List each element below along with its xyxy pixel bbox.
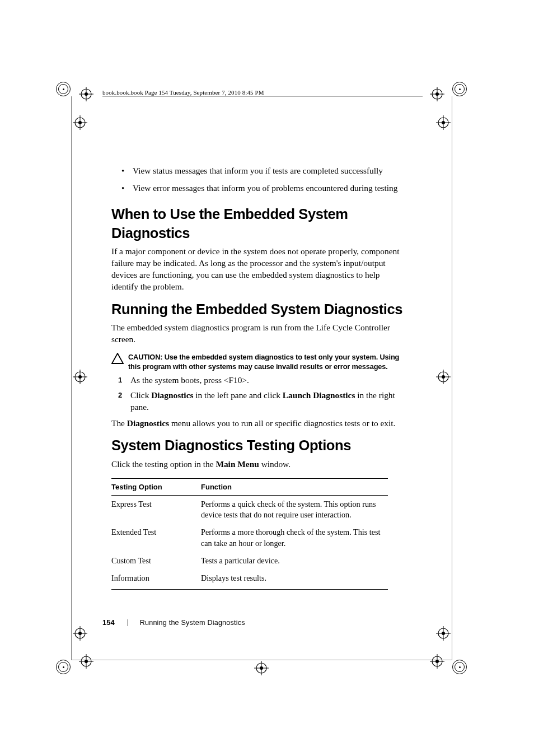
table-header: Function (201, 478, 388, 496)
running-head: book.book.book Page 154 Tuesday, Septemb… (102, 89, 264, 96)
text: menu allows you to run all or specific d… (169, 418, 395, 428)
crosshair-icon (73, 115, 87, 130)
reg-mark-corner-bl (56, 660, 71, 674)
crop-line (71, 660, 452, 660)
crop-line (71, 96, 72, 660)
table-cell: Custom Test (111, 552, 201, 570)
caution-text: Use the embedded system diagnostics to t… (128, 353, 399, 371)
caution-label: CAUTION: (128, 353, 165, 361)
svg-point-7 (442, 121, 445, 124)
crosshair-icon (430, 87, 444, 101)
table-row: Information Displays test results. (111, 570, 388, 590)
svg-point-9 (78, 375, 82, 379)
page-footer: 154 Running the System Diagnostics (102, 618, 245, 627)
section-heading-when: When to Use the Embedded System Diagnost… (111, 204, 408, 243)
crosshair-icon (430, 654, 444, 669)
paragraph: The Diagnostics menu allows you to run a… (111, 418, 408, 430)
text-bold: Diagnostics (127, 418, 169, 428)
table-row: Express Test Performs a quick check of t… (111, 496, 388, 524)
text: Click (130, 390, 151, 400)
footer-text: Running the System Diagnostics (140, 619, 245, 627)
table-cell: Extended Test (111, 524, 201, 552)
table-cell: Performs a quick check of the system. Th… (201, 496, 388, 524)
text: window. (259, 459, 291, 469)
reg-mark-corner-br (452, 660, 467, 674)
crop-line (452, 96, 452, 660)
paragraph: The embedded system diagnostics program … (111, 322, 408, 346)
options-table: Testing Option Function Express Test Per… (111, 478, 388, 590)
table-row: Extended Test Performs a more thorough c… (111, 524, 388, 552)
svg-point-3 (435, 92, 439, 96)
crosshair-icon (254, 661, 269, 675)
svg-point-19 (435, 660, 439, 663)
running-rule (102, 96, 423, 97)
text: in the left pane and click (193, 390, 282, 400)
list-item: View status messages that inform you if … (133, 165, 408, 177)
svg-point-13 (78, 632, 82, 635)
crosshair-icon (79, 654, 93, 669)
svg-point-15 (442, 632, 445, 635)
reg-mark-corner-tl (56, 82, 71, 96)
page-number: 154 (102, 618, 115, 627)
caution-block: CAUTION: Use the embedded system diagnos… (111, 352, 408, 372)
table-cell: Performs a more thorough check of the sy… (201, 524, 388, 552)
page-body: View status messages that inform you if … (111, 165, 408, 590)
table-row: Custom Test Tests a particular device. (111, 552, 388, 570)
svg-point-17 (85, 660, 88, 663)
crosshair-icon (73, 370, 87, 384)
reg-mark-corner-tr (452, 82, 467, 96)
svg-point-5 (78, 121, 82, 124)
svg-point-1 (85, 92, 88, 96)
text: Click the testing option in the (111, 459, 216, 469)
step-item: Click Diagnostics in the left pane and c… (130, 390, 408, 413)
section-heading-running: Running the Embedded System Diagnostics (111, 300, 408, 319)
svg-point-21 (260, 666, 263, 670)
crosshair-icon (436, 370, 451, 384)
crosshair-icon (436, 115, 451, 130)
text: The (111, 418, 127, 428)
crosshair-icon (73, 626, 87, 641)
caution-triangle-icon (111, 353, 124, 364)
table-cell: Express Test (111, 496, 201, 524)
paragraph: If a major component or device in the sy… (111, 246, 408, 292)
table-header: Testing Option (111, 478, 201, 496)
table-cell: Information (111, 570, 201, 590)
text-bold: Diagnostics (151, 390, 193, 400)
crosshair-icon (436, 626, 451, 641)
table-cell: Tests a particular device. (201, 552, 388, 570)
section-heading-options: System Diagnostics Testing Options (111, 436, 408, 455)
paragraph: Click the testing option in the Main Men… (111, 459, 408, 470)
footer-divider (127, 619, 128, 626)
text-bold: Main Menu (216, 459, 259, 469)
crosshair-icon (79, 87, 93, 101)
step-item: As the system boots, press <F10>. (130, 375, 408, 386)
text-bold: Launch Diagnostics (283, 390, 355, 400)
table-cell: Displays test results. (201, 570, 388, 590)
svg-point-11 (442, 375, 445, 379)
list-item: View error messages that inform you of p… (133, 183, 408, 194)
